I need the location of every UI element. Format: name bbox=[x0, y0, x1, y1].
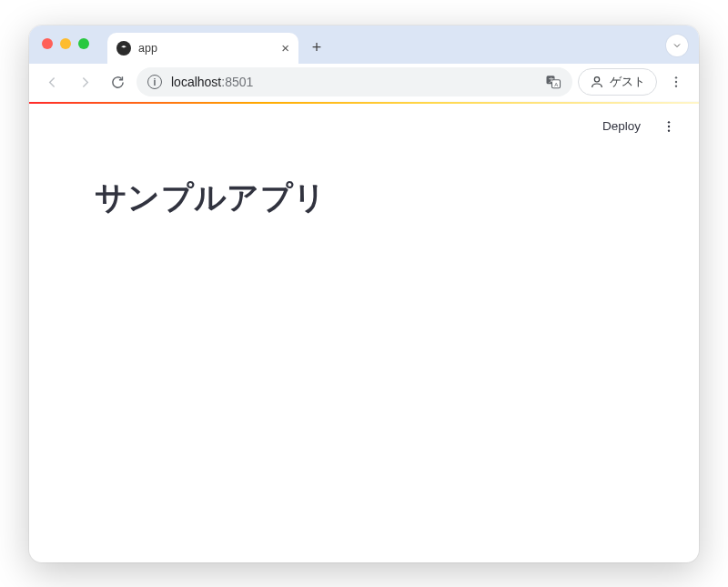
svg-text:文: 文 bbox=[549, 76, 554, 83]
arrow-right-icon bbox=[77, 75, 93, 90]
window-close-button[interactable] bbox=[42, 38, 53, 49]
tab-strip: app × + bbox=[29, 25, 699, 64]
page-title: サンプルアプリ bbox=[95, 177, 633, 219]
nav-reload-button[interactable] bbox=[104, 68, 131, 96]
app-header: Deploy bbox=[29, 104, 699, 149]
tab-active[interactable]: app × bbox=[107, 33, 298, 64]
nav-forward-button[interactable] bbox=[71, 68, 98, 96]
chevron-down-icon bbox=[672, 40, 682, 51]
svg-point-7 bbox=[675, 85, 677, 86]
svg-point-4 bbox=[594, 77, 599, 82]
tab-close-button[interactable]: × bbox=[281, 41, 289, 55]
person-icon bbox=[590, 75, 604, 89]
new-tab-button[interactable]: + bbox=[304, 35, 329, 61]
nav-back-button[interactable] bbox=[38, 68, 66, 96]
window-minimize-button[interactable] bbox=[60, 38, 71, 49]
svg-point-8 bbox=[668, 121, 670, 123]
svg-point-5 bbox=[675, 76, 677, 78]
profile-label: ゲスト bbox=[610, 75, 645, 90]
site-info-icon[interactable]: i bbox=[147, 75, 162, 89]
address-bar[interactable]: i localhost:8501 文 A bbox=[136, 67, 572, 96]
url-text: localhost:8501 bbox=[171, 75, 536, 89]
app-menu-button[interactable] bbox=[655, 113, 682, 140]
streamlit-favicon-icon bbox=[116, 41, 131, 56]
deploy-button[interactable]: Deploy bbox=[593, 115, 650, 137]
window-maximize-button[interactable] bbox=[78, 38, 89, 49]
tab-search-button[interactable] bbox=[666, 35, 688, 56]
window-controls bbox=[42, 38, 89, 49]
reload-icon bbox=[110, 75, 126, 90]
app-content: サンプルアプリ bbox=[29, 149, 699, 562]
svg-point-10 bbox=[668, 129, 670, 131]
translate-icon: 文 A bbox=[545, 74, 561, 90]
kebab-icon bbox=[662, 119, 676, 134]
browser-menu-button[interactable] bbox=[662, 68, 690, 96]
tab-title: app bbox=[138, 42, 274, 55]
kebab-icon bbox=[669, 75, 683, 89]
svg-point-9 bbox=[668, 125, 670, 127]
svg-point-6 bbox=[675, 81, 677, 83]
profile-chip[interactable]: ゲスト bbox=[578, 68, 657, 96]
svg-text:A: A bbox=[554, 82, 558, 87]
browser-window: app × + i localhost:8501 文 bbox=[29, 25, 699, 562]
translate-button[interactable]: 文 A bbox=[545, 74, 561, 90]
arrow-left-icon bbox=[45, 75, 60, 90]
browser-toolbar: i localhost:8501 文 A ゲスト bbox=[29, 64, 699, 102]
